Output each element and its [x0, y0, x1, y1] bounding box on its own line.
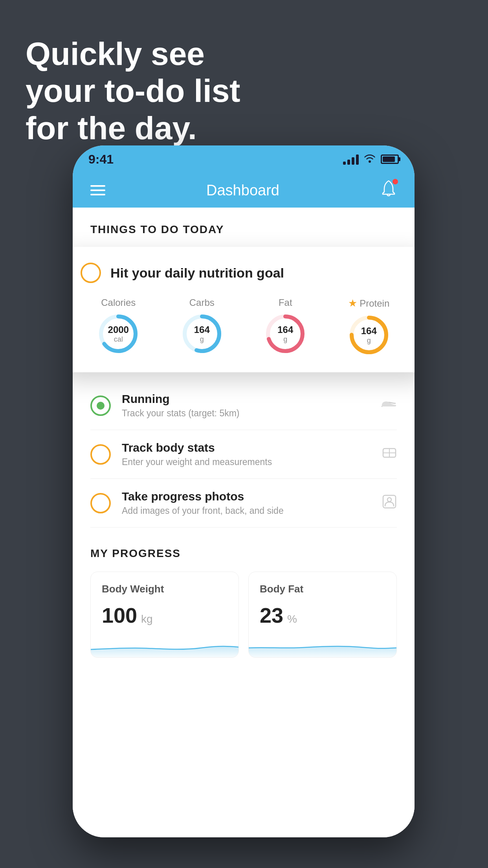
body-fat-value: 23	[260, 603, 283, 627]
notifications-button[interactable]	[380, 180, 397, 201]
body-fat-value-row: 23 %	[260, 603, 385, 627]
body-weight-card[interactable]: Body Weight 100 kg	[90, 572, 239, 658]
body-stats-subtitle: Enter your weight and measurements	[122, 457, 371, 467]
todo-list: Running Track your stats (target: 5km) T…	[73, 381, 415, 528]
headline: Quickly see your to-do list for the day.	[26, 35, 240, 147]
calories-value: 2000	[108, 324, 129, 335]
star-icon: ★	[348, 297, 357, 309]
status-time: 9:41	[88, 152, 114, 167]
status-icons	[343, 153, 399, 166]
protein-unit: g	[361, 337, 377, 345]
nutrition-row: Calories 2000 cal Carbs	[81, 297, 407, 357]
things-to-do-header: THINGS TO DO TODAY	[73, 208, 415, 244]
phone-content: THINGS TO DO TODAY Hit your daily nutrit…	[73, 208, 415, 837]
carbs-label: Carbs	[189, 297, 215, 308]
nutrition-goal-card[interactable]: Hit your daily nutrition goal Calories 2…	[73, 247, 415, 372]
nutrition-carbs: Carbs 164 g	[180, 297, 224, 357]
progress-header: MY PROGRESS	[90, 547, 397, 560]
protein-label: Protein	[360, 298, 389, 309]
fat-unit: g	[277, 335, 293, 344]
calories-unit: cal	[108, 335, 129, 344]
todo-item-running[interactable]: Running Track your stats (target: 5km)	[90, 381, 397, 430]
body-weight-value: 100	[102, 603, 137, 627]
svg-point-12	[387, 498, 391, 502]
todo-item-progress-photos[interactable]: Take progress photos Add images of your …	[90, 479, 397, 528]
carbs-ring: 164 g	[180, 312, 224, 355]
notification-dot	[393, 179, 398, 184]
nutrition-check-circle	[81, 263, 101, 283]
running-subtitle: Track your stats (target: 5km)	[122, 408, 369, 419]
body-weight-chart	[91, 634, 238, 657]
nutrition-protein: ★ Protein 164 g	[347, 297, 391, 357]
nav-title: Dashboard	[206, 182, 279, 199]
nav-bar: Dashboard	[73, 173, 415, 208]
todo-item-body-stats[interactable]: Track body stats Enter your weight and m…	[90, 430, 397, 479]
running-title: Running	[122, 392, 369, 406]
status-bar: 9:41	[73, 145, 415, 173]
body-weight-value-row: 100 kg	[102, 603, 227, 627]
carbs-value: 164	[194, 324, 210, 335]
signal-icon	[343, 154, 359, 165]
body-fat-card[interactable]: Body Fat 23 %	[248, 572, 397, 658]
fat-label: Fat	[279, 297, 292, 308]
fat-ring: 164 g	[264, 312, 307, 355]
battery-icon	[381, 154, 399, 164]
nutrition-fat: Fat 164 g	[264, 297, 307, 357]
running-shoe-icon	[380, 398, 397, 414]
body-fat-card-title: Body Fat	[260, 583, 385, 595]
body-weight-card-title: Body Weight	[102, 583, 227, 595]
carbs-unit: g	[194, 335, 210, 344]
card-title-row: Hit your daily nutrition goal	[81, 263, 407, 283]
progress-cards: Body Weight 100 kg	[90, 572, 397, 658]
protein-value: 164	[361, 326, 377, 337]
calories-ring: 2000 cal	[97, 312, 140, 355]
nutrition-card-title: Hit your daily nutrition goal	[110, 265, 284, 281]
person-icon	[382, 494, 397, 512]
menu-button[interactable]	[90, 185, 105, 195]
calories-label: Calories	[101, 297, 136, 308]
body-fat-chart	[249, 634, 396, 657]
wifi-icon	[363, 153, 376, 166]
fat-value: 164	[277, 324, 293, 335]
photos-title: Take progress photos	[122, 490, 371, 503]
phone-frame: 9:41 Dashboard	[73, 145, 415, 837]
progress-section: MY PROGRESS Body Weight 100 kg	[73, 528, 415, 669]
photos-check-circle	[90, 493, 111, 513]
photos-subtitle: Add images of your front, back, and side	[122, 506, 371, 516]
body-stats-title: Track body stats	[122, 441, 371, 454]
nutrition-calories: Calories 2000 cal	[97, 297, 140, 357]
scale-icon	[382, 445, 397, 463]
body-weight-unit: kg	[141, 613, 153, 625]
protein-ring: 164 g	[347, 313, 391, 357]
running-check-circle	[90, 395, 111, 416]
body-fat-unit: %	[287, 613, 297, 625]
body-stats-check-circle	[90, 444, 111, 465]
